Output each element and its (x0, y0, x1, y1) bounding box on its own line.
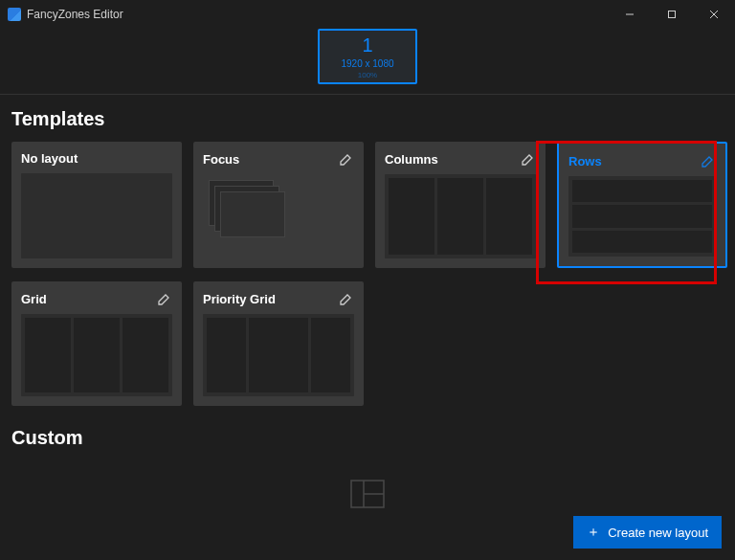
template-columns[interactable]: Columns (375, 142, 546, 268)
divider (0, 94, 735, 95)
pencil-icon[interactable] (521, 151, 536, 167)
template-focus[interactable]: Focus (193, 142, 364, 268)
monitor-scale: 100% (358, 71, 377, 79)
card-title: Columns (385, 152, 438, 167)
plus-icon: ＋ (587, 524, 600, 541)
pencil-icon[interactable] (157, 291, 172, 306)
templates-grid: No layout Focus Columns Rows (0, 142, 735, 268)
template-rows[interactable]: Rows (557, 142, 727, 268)
close-button[interactable] (693, 0, 735, 29)
window-title: FancyZones Editor (27, 8, 123, 21)
pencil-icon[interactable] (339, 291, 354, 306)
card-title: No layout (21, 151, 78, 166)
create-button-label: Create new layout (608, 526, 708, 540)
window-controls (609, 0, 735, 29)
pencil-icon[interactable] (339, 151, 354, 167)
card-title: Grid (21, 292, 47, 306)
monitor-number: 1 (362, 34, 372, 56)
card-title: Focus (203, 152, 239, 167)
custom-heading: Custom (0, 419, 735, 460)
svg-rect-1 (669, 11, 676, 18)
title-bar: FancyZones Editor (0, 0, 735, 29)
monitor-1[interactable]: 1 1920 x 1080 100% (318, 29, 417, 84)
template-no-layout[interactable]: No layout (11, 142, 182, 268)
templates-heading: Templates (0, 101, 735, 142)
preview-priority-grid (203, 314, 354, 396)
layout-empty-icon (350, 480, 385, 508)
maximize-button[interactable] (651, 0, 693, 29)
create-new-layout-button[interactable]: ＋ Create new layout (573, 516, 722, 549)
app-icon (8, 8, 21, 21)
card-title: Rows (568, 154, 602, 168)
minimize-button[interactable] (609, 0, 651, 29)
card-title: Priority Grid (203, 292, 276, 306)
preview-grid (21, 314, 172, 396)
pencil-icon[interactable] (701, 153, 716, 168)
template-priority-grid[interactable]: Priority Grid (193, 281, 364, 406)
title-bar-left: FancyZones Editor (8, 8, 123, 21)
preview-rows (568, 176, 716, 257)
template-grid[interactable]: Grid (11, 281, 182, 406)
templates-grid-row2: Grid Priority Grid (0, 281, 735, 406)
preview-columns (385, 174, 536, 258)
preview-focus (203, 174, 354, 258)
monitor-resolution: 1920 x 1080 (341, 58, 393, 69)
monitor-selector: 1 1920 x 1080 100% (0, 29, 735, 94)
preview-no-layout (21, 173, 172, 258)
